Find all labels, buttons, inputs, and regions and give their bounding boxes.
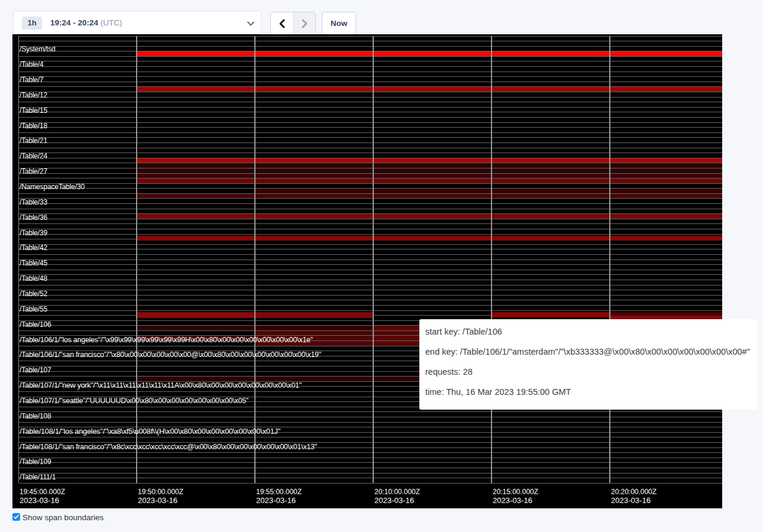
svg-text:/NamespaceTable/30: /NamespaceTable/30: [20, 183, 85, 191]
svg-text:/Table/107: /Table/107: [20, 366, 51, 374]
svg-text:20:20:00.000Z: 20:20:00.000Z: [611, 488, 657, 496]
svg-text:20:15:00.000Z: 20:15:00.000Z: [493, 488, 538, 496]
svg-text:/Table/48: /Table/48: [20, 274, 47, 283]
svg-text:/Table/107/1/"seattle"/"UUUUUU: /Table/107/1/"seattle"/"UUUUUUD\x00\x80\…: [20, 397, 248, 405]
svg-text:/Table/52: /Table/52: [20, 290, 47, 298]
svg-text:2023-03-16: 2023-03-16: [611, 497, 651, 505]
svg-text:/Table/24: /Table/24: [20, 152, 47, 160]
svg-text:/Table/12: /Table/12: [20, 91, 47, 99]
svg-text:2023-03-16: 2023-03-16: [256, 497, 296, 505]
svg-text:/Table/4: /Table/4: [20, 60, 44, 69]
svg-text:19:55:00.000Z: 19:55:00.000Z: [256, 488, 302, 496]
svg-text:/Table/7: /Table/7: [20, 76, 44, 84]
svg-text:/Table/15: /Table/15: [20, 106, 47, 115]
svg-text:2023-03-16: 2023-03-16: [493, 497, 532, 505]
svg-text:/Table/36: /Table/36: [20, 213, 47, 222]
svg-text:/Table/108: /Table/108: [20, 412, 51, 420]
svg-text:2023-03-16: 2023-03-16: [374, 497, 414, 505]
svg-text:/Table/42: /Table/42: [20, 244, 47, 252]
svg-text:2023-03-16: 2023-03-16: [20, 497, 59, 505]
svg-text:/Table/106/1/"los angeles"/"\x: /Table/106/1/"los angeles"/"\x99\x99\x99…: [20, 336, 313, 344]
svg-text:/Table/33: /Table/33: [20, 198, 47, 206]
svg-text:/System/tsd: /System/tsd: [20, 45, 55, 53]
svg-text:/Table/45: /Table/45: [20, 259, 47, 267]
svg-text:/Table/109: /Table/109: [20, 458, 51, 466]
svg-text:/Table/106: /Table/106: [20, 320, 51, 329]
svg-text:19:45:00.000Z: 19:45:00.000Z: [20, 488, 65, 496]
svg-text:20:10:00.000Z: 20:10:00.000Z: [374, 488, 420, 496]
svg-text:/Table/18: /Table/18: [20, 122, 47, 130]
svg-text:/Table/108/1/"los angeles"/"\x: /Table/108/1/"los angeles"/"\xa8\xf5\u00…: [20, 427, 280, 436]
svg-text:2023-03-16: 2023-03-16: [138, 497, 177, 505]
svg-text:/Table/27: /Table/27: [20, 167, 47, 176]
svg-text:/Table/107/1/"new york"/"\x11\: /Table/107/1/"new york"/"\x11\x11\x11\x1…: [20, 381, 302, 390]
svg-text:/Table/55: /Table/55: [20, 305, 47, 313]
svg-text:/Table/106/1/"san francisco"/": /Table/106/1/"san francisco"/"\x80\x00\x…: [20, 351, 321, 359]
svg-text:/Table/108/1/"san francisco"/": /Table/108/1/"san francisco"/"\x8c\xcc\x…: [20, 443, 317, 451]
svg-text:/Table/21: /Table/21: [20, 137, 47, 145]
svg-text:/Table/111/1: /Table/111/1: [20, 473, 56, 481]
svg-text:19:50:00.000Z: 19:50:00.000Z: [138, 488, 183, 496]
svg-text:/Table/39: /Table/39: [20, 229, 47, 237]
